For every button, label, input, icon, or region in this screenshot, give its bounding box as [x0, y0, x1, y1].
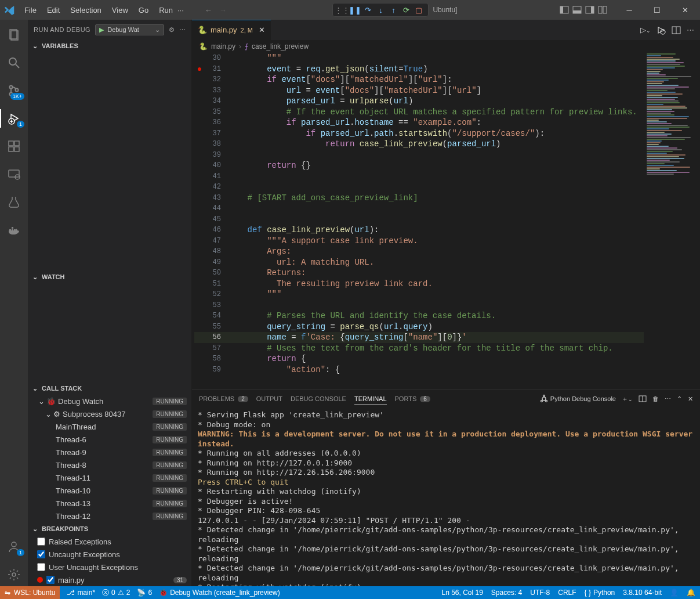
tab-problems[interactable]: PROBLEMS 2 [199, 393, 248, 405]
status-eol[interactable]: CRLF [558, 589, 576, 597]
section-variables[interactable]: ⌄ VARIABLES [28, 39, 191, 52]
debug-config-select[interactable]: ▶ Debug Wat ⌄ [95, 24, 164, 35]
status-ports[interactable]: 📡6 [137, 589, 152, 597]
breadcrumb-symbol[interactable]: case_link_preview [252, 42, 309, 50]
run-debug-icon[interactable]: 1 [0, 107, 28, 130]
code-line[interactable]: 47 """A support case link preview. [194, 236, 644, 247]
callstack-item[interactable]: Thread-10RUNNING [28, 484, 191, 497]
debug-settings-gear-icon[interactable]: ⚙ [169, 26, 175, 34]
menu-edit[interactable]: Edit [42, 3, 64, 17]
terminal-output[interactable]: * Serving Flask app 'create_link_preview… [192, 408, 700, 586]
breakpoint-checkbox[interactable] [46, 576, 55, 584]
stop-icon[interactable]: ▢ [414, 5, 423, 15]
remote-explorer-icon[interactable] [0, 163, 28, 186]
menu-overflow[interactable]: ··· [177, 6, 184, 15]
sidebar-more-icon[interactable]: ⋯ [179, 26, 186, 34]
breakpoint-checkbox[interactable] [37, 563, 45, 571]
callstack-item[interactable]: Thread-8RUNNING [28, 459, 191, 471]
source-control-icon[interactable]: 1K+ [0, 79, 28, 102]
search-icon[interactable] [0, 51, 28, 74]
window-close-icon[interactable]: ✕ [673, 1, 697, 19]
breadcrumb[interactable]: 🐍 main.py › ⨍ case_link_preview [192, 40, 700, 53]
menu-selection[interactable]: Selection [66, 3, 106, 17]
code-editor[interactable]: 30 """●31 event = req.get_json(silent=Tr… [192, 53, 644, 389]
breadcrumb-file[interactable]: main.py [211, 42, 235, 50]
panel-close-icon[interactable]: ✕ [688, 395, 693, 403]
extensions-icon[interactable] [0, 135, 28, 158]
code-line[interactable]: 53 [194, 300, 644, 311]
code-line[interactable]: 37 if parsed_url.path.startswith("/suppo… [194, 128, 644, 139]
menu-go[interactable]: Go [134, 3, 153, 17]
kill-terminal-icon[interactable]: 🗑 [652, 395, 659, 402]
code-line[interactable]: 42 [194, 182, 644, 193]
split-terminal-icon[interactable] [639, 395, 647, 403]
code-line[interactable]: 48 Args: [194, 246, 644, 257]
breakpoint-item[interactable]: Uncaught Exceptions [28, 548, 191, 561]
callstack-item[interactable]: Thread-13RUNNING [28, 497, 191, 510]
section-callstack[interactable]: ⌄ CALL STACK [28, 382, 191, 395]
accounts-icon[interactable]: 1 [0, 535, 28, 558]
callstack-item[interactable]: ⌄⚙Subprocess 80437RUNNING [28, 407, 191, 420]
terminal-profile[interactable]: Python Debug Console [540, 395, 616, 403]
tab-close-icon[interactable]: ✕ [259, 26, 265, 34]
step-over-icon[interactable]: ↷ [363, 5, 372, 15]
status-branch[interactable]: ⎇ main* [67, 589, 95, 597]
code-line[interactable]: 46 def case_link_preview(url): [194, 225, 644, 236]
code-line[interactable]: 58 return { [194, 353, 644, 365]
nav-back-icon[interactable]: ← [201, 6, 216, 15]
step-into-icon[interactable]: ↓ [376, 5, 385, 15]
settings-gear-icon[interactable] [0, 563, 28, 586]
new-terminal-icon[interactable]: ＋⌄ [622, 395, 633, 403]
pause-icon[interactable]: ❚❚ [350, 5, 360, 15]
status-encoding[interactable]: UTF-8 [530, 589, 550, 597]
debug-launch-icon[interactable] [657, 26, 666, 35]
run-dropdown-icon[interactable]: ▷⌄ [640, 26, 651, 34]
minimap[interactable] [644, 53, 700, 389]
status-remote[interactable]: ⇋ WSL: Ubuntu [0, 586, 60, 599]
status-language[interactable]: { } Python [585, 589, 615, 597]
code-line[interactable]: 52 """ [194, 289, 644, 300]
menu-file[interactable]: File [20, 3, 41, 17]
code-line[interactable]: 36 if parsed_url.hostname == "example.co… [194, 117, 644, 128]
code-line[interactable]: 55 query_string = parse_qs(url.query) [194, 322, 644, 333]
code-line[interactable]: 40 return {} [194, 160, 644, 171]
code-line[interactable]: 54 # Parses the URL and identify the cas… [194, 311, 644, 322]
section-breakpoints[interactable]: ⌄ BREAKPOINTS [28, 522, 191, 535]
code-line[interactable]: 41 [194, 171, 644, 182]
code-line[interactable]: 38 return case_link_preview(parsed_url) [194, 139, 644, 150]
status-bell-icon[interactable]: 🔔 [687, 589, 695, 597]
tab-ports[interactable]: PORTS 6 [395, 393, 430, 405]
callstack-item[interactable]: MainThreadRUNNING [28, 420, 191, 433]
code-line[interactable]: 39 [194, 150, 644, 161]
code-line[interactable]: 34 parsed_url = urlparse(url) [194, 96, 644, 107]
section-watch[interactable]: ⌄ WATCH [28, 270, 191, 283]
tab-more-icon[interactable]: ⋯ [687, 26, 694, 34]
callstack-item[interactable]: ⌄🐞Debug WatchRUNNING [28, 395, 191, 407]
code-line[interactable]: 32 if event["docs"]["matchedUrl"]["url"]… [194, 74, 644, 85]
code-line[interactable]: 56 name = f'Case: {query_string["name"][… [194, 332, 644, 343]
status-python-version[interactable]: 3.8.10 64-bit [623, 589, 662, 597]
split-editor-icon[interactable] [672, 26, 681, 35]
nav-forward-icon[interactable]: → [216, 6, 230, 15]
tab-debug-console[interactable]: DEBUG CONSOLE [291, 393, 346, 405]
window-maximize-icon[interactable]: ☐ [645, 1, 669, 19]
menu-view[interactable]: View [107, 3, 133, 17]
code-line[interactable]: 59 "action": { [194, 365, 644, 376]
panel-maximize-icon[interactable]: ⌃ [677, 395, 682, 403]
code-line[interactable]: 35 # If the event object URL matches a s… [194, 107, 644, 118]
code-line[interactable]: ●31 event = req.get_json(silent=True) [194, 64, 644, 75]
code-line[interactable]: 45 [194, 214, 644, 225]
docker-icon[interactable] [0, 218, 28, 241]
tab-terminal[interactable]: TERMINAL [354, 393, 387, 405]
code-line[interactable]: 43 # [START add_ons_case_preview_link] [194, 193, 644, 204]
status-indent[interactable]: Spaces: 4 [491, 589, 522, 597]
menu-run[interactable]: Run [154, 3, 177, 17]
drag-grip-icon[interactable]: ⋮⋮ [338, 5, 347, 15]
code-line[interactable]: 30 """ [194, 53, 644, 64]
status-debug-session[interactable]: 🐞Debug Watch (create_link_preview) [159, 589, 280, 597]
restart-icon[interactable]: ⟳ [401, 5, 411, 15]
code-line[interactable]: 50 Returns: [194, 268, 644, 279]
breakpoint-item[interactable]: Raised Exceptions [28, 535, 191, 548]
explorer-icon[interactable] [0, 23, 28, 46]
code-line[interactable]: 51 The resulting preview link card. [194, 279, 644, 290]
